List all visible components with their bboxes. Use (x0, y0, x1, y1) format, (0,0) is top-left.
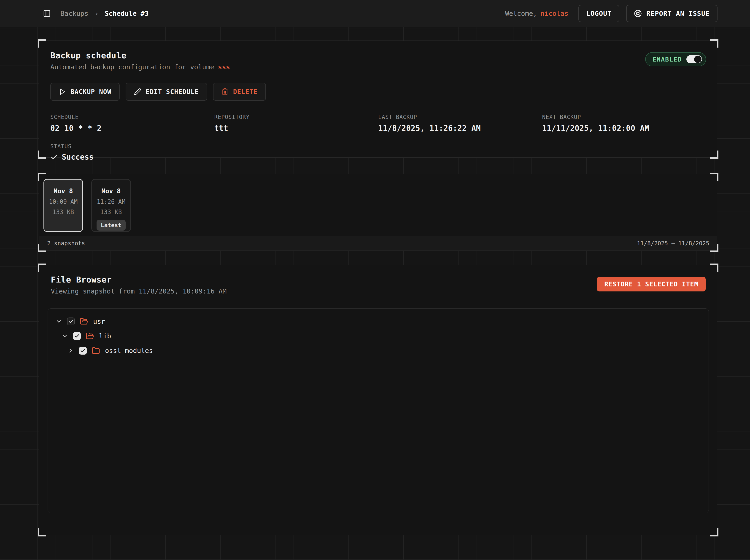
field-repository: REPOSITORY ttt (214, 114, 378, 133)
topbar-right: Welcome, nicolas LOGOUT REPORT AN ISSUE (505, 5, 717, 22)
breadcrumb-current-page: Schedule #3 (104, 9, 149, 17)
panel-title: Backup schedule (50, 51, 230, 60)
delete-label: DELETE (233, 88, 258, 96)
file-tree: usr lib (47, 308, 709, 513)
corner-bracket (38, 173, 46, 181)
file-browser-panel: File Browser Viewing snapshot from 11/8/… (39, 265, 717, 535)
check-icon (50, 154, 58, 161)
snapshot-time: 10:09 AM (49, 198, 78, 205)
snapshot-cards: Nov 8 10:09 AM 133 KB Nov 8 11:26 AM 133… (39, 174, 717, 232)
status-text: Success (62, 153, 94, 161)
schedule-actions: BACKUP NOW EDIT SCHEDULE DELETE (50, 83, 706, 101)
field-label: REPOSITORY (214, 114, 378, 120)
tree-label: usr (93, 318, 105, 325)
enabled-label: ENABLED (653, 56, 682, 63)
username: nicolas (540, 9, 568, 17)
pencil-icon (134, 88, 141, 95)
corner-bracket (710, 263, 718, 272)
latest-badge: Latest (97, 220, 125, 231)
trash-icon (221, 88, 229, 95)
report-issue-button-label: REPORT AN ISSUE (646, 9, 710, 17)
edit-schedule-label: EDIT SCHEDULE (146, 88, 199, 96)
corner-bracket (38, 151, 46, 159)
field-label: SCHEDULE (50, 114, 214, 120)
play-icon (59, 88, 66, 95)
snapshot-size: 133 KB (100, 208, 122, 216)
folder-icon (92, 346, 100, 355)
corner-bracket (38, 39, 46, 47)
snapshot-card-selected[interactable]: Nov 8 10:09 AM 133 KB (43, 179, 83, 232)
backup-now-label: BACKUP NOW (71, 88, 112, 96)
snapshot-date: Nov 8 (54, 187, 73, 195)
checkbox-usr[interactable] (67, 318, 75, 325)
schedule-title-block: Backup schedule Automated backup configu… (50, 51, 230, 71)
tree-row-lib[interactable]: lib (48, 329, 709, 343)
edit-schedule-button[interactable]: EDIT SCHEDULE (125, 83, 207, 101)
corner-bracket (38, 263, 46, 272)
welcome-prefix: Welcome, (505, 9, 537, 17)
snapshot-count: 2 snapshots (47, 240, 85, 246)
status-label: STATUS (50, 143, 706, 149)
file-browser-title: File Browser (51, 275, 226, 284)
checkbox-ossl-modules[interactable] (79, 347, 87, 355)
chevron-down-icon[interactable] (56, 318, 62, 325)
snapshot-card-latest[interactable]: Nov 8 11:26 AM 133 KB Latest (91, 179, 131, 232)
field-label: LAST BACKUP (378, 114, 542, 120)
logout-button[interactable]: LOGOUT (578, 5, 619, 22)
tree-label: lib (99, 332, 111, 340)
file-browser-title-block: File Browser Viewing snapshot from 11/8/… (51, 275, 226, 295)
topbar: Backups › Schedule #3 Welcome, nicolas L… (0, 0, 750, 27)
restore-selected-label: RESTORE 1 SELECTED ITEM (604, 280, 698, 288)
tree-label: ossl-modules (105, 347, 153, 355)
report-issue-button[interactable]: REPORT AN ISSUE (626, 5, 717, 22)
field-schedule: SCHEDULE 02 10 * * 2 (50, 114, 214, 133)
sidebar-toggle-button[interactable] (43, 9, 51, 17)
snapshot-size: 133 KB (53, 208, 74, 216)
subtitle-text: Automated backup configuration for volum… (50, 63, 214, 71)
enabled-toggle-pill[interactable]: ENABLED (645, 52, 706, 66)
backup-now-button[interactable]: BACKUP NOW (50, 83, 120, 101)
volume-name: sss (218, 63, 230, 71)
checkbox-lib[interactable] (73, 332, 81, 340)
toggle-knob (694, 56, 702, 63)
file-browser-header: File Browser Viewing snapshot from 11/8/… (47, 275, 709, 295)
corner-bracket (38, 244, 46, 252)
topbar-left: Backups › Schedule #3 (43, 9, 149, 18)
panel-left-icon (43, 9, 51, 17)
field-next-backup: NEXT BACKUP 11/11/2025, 11:02:00 AM (542, 114, 706, 133)
status-block: STATUS Success (50, 143, 706, 161)
field-value: 02 10 * * 2 (50, 124, 214, 133)
status-value: Success (50, 153, 706, 161)
chevron-down-icon[interactable] (62, 333, 68, 339)
field-label: NEXT BACKUP (542, 114, 706, 120)
snapshot-date-range: 11/8/2025 – 11/8/2025 (637, 240, 709, 246)
corner-bracket (710, 528, 718, 536)
field-value: 11/8/2025, 11:26:22 AM (378, 124, 542, 133)
snapshot-date: Nov 8 (101, 187, 121, 195)
breadcrumb-backups[interactable]: Backups (60, 9, 88, 17)
enabled-toggle-switch[interactable] (686, 55, 702, 63)
chevron-right-icon[interactable] (67, 347, 74, 354)
restore-selected-button[interactable]: RESTORE 1 SELECTED ITEM (597, 277, 706, 292)
field-last-backup: LAST BACKUP 11/8/2025, 11:26:22 AM (378, 114, 542, 133)
corner-bracket (710, 244, 718, 252)
main-content: Backup schedule Automated backup configu… (0, 27, 750, 535)
field-value: 11/11/2025, 11:02:00 AM (542, 124, 706, 133)
field-value: ttt (214, 124, 378, 133)
logout-button-label: LOGOUT (586, 9, 612, 17)
panel-subtitle: Automated backup configuration for volum… (50, 63, 230, 71)
snapshots-panel: Nov 8 10:09 AM 133 KB Nov 8 11:26 AM 133… (39, 174, 717, 251)
tree-row-ossl-modules[interactable]: ossl-modules (48, 343, 709, 358)
delete-button[interactable]: DELETE (213, 83, 266, 101)
schedule-fields: SCHEDULE 02 10 * * 2 REPOSITORY ttt LAST… (50, 114, 706, 133)
corner-bracket (710, 173, 718, 181)
backup-schedule-panel: Backup schedule Automated backup configu… (39, 40, 717, 158)
file-browser-subtitle: Viewing snapshot from 11/8/2025, 10:09:1… (51, 287, 226, 295)
lifebuoy-icon (634, 9, 642, 17)
corner-bracket (710, 151, 718, 159)
corner-bracket (710, 39, 718, 47)
snapshot-time: 11:26 AM (97, 198, 125, 205)
tree-row-usr[interactable]: usr (48, 314, 709, 329)
schedule-header: Backup schedule Automated backup configu… (50, 51, 706, 71)
corner-bracket (38, 528, 46, 536)
